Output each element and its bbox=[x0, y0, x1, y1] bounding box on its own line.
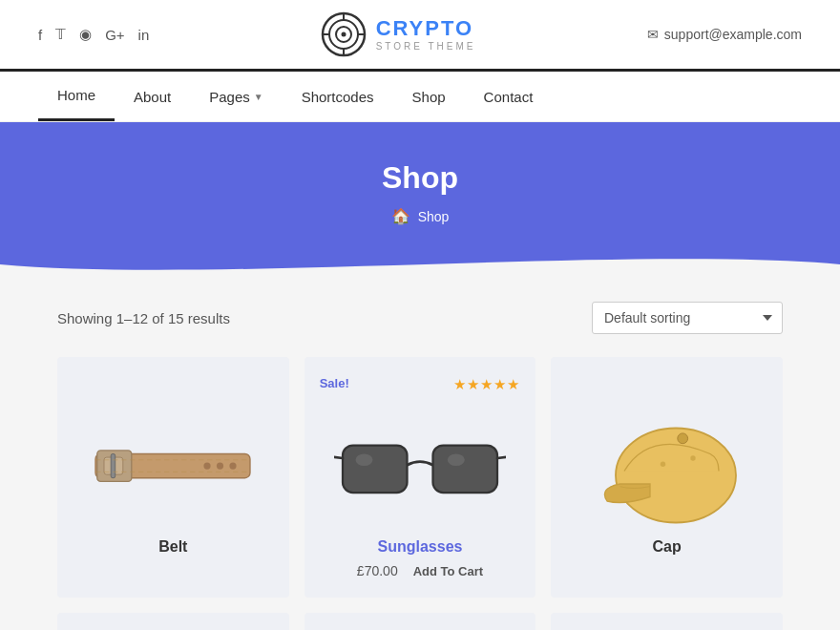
svg-rect-18 bbox=[432, 446, 497, 494]
svg-line-19 bbox=[334, 456, 343, 458]
contact-info: ✉ support@example.com bbox=[647, 27, 802, 42]
svg-point-9 bbox=[204, 463, 211, 470]
belt-image-area bbox=[73, 405, 274, 529]
svg-rect-17 bbox=[343, 446, 408, 494]
svg-point-24 bbox=[677, 433, 687, 444]
facebook-icon[interactable]: f bbox=[38, 27, 42, 43]
product-card-hoodie bbox=[551, 613, 783, 630]
linkedin-icon[interactable]: in bbox=[138, 27, 150, 43]
product-price-sunglasses: £70.00 bbox=[357, 563, 398, 578]
sort-select[interactable]: Default sorting Sort by popularity Sort … bbox=[592, 302, 783, 334]
product-card-top-belt bbox=[73, 376, 274, 397]
nav-home[interactable]: Home bbox=[38, 72, 115, 121]
breadcrumb: 🏠 Shop bbox=[19, 207, 821, 225]
svg-point-25 bbox=[660, 462, 664, 467]
svg-point-3 bbox=[341, 32, 346, 37]
home-icon: 🏠 bbox=[391, 207, 410, 225]
pages-dropdown-arrow: ▼ bbox=[254, 92, 263, 102]
svg-line-20 bbox=[497, 456, 506, 458]
product-grid: Belt Sale! ★★★★★ bbox=[57, 357, 783, 630]
svg-point-10 bbox=[217, 463, 223, 470]
nav-shop[interactable]: Shop bbox=[393, 74, 465, 120]
nav-contact[interactable]: Contact bbox=[465, 74, 553, 120]
twitter-icon[interactable]: 𝕋 bbox=[55, 26, 66, 43]
instagram-icon[interactable]: ◉ bbox=[79, 26, 92, 43]
sale-badge-sunglasses: Sale! bbox=[320, 376, 349, 397]
belt-image bbox=[87, 424, 259, 510]
logo-text: CRYPTO STORE THEME bbox=[376, 17, 476, 51]
stars-sunglasses: ★★★★★ bbox=[453, 376, 520, 397]
googleplus-icon[interactable]: G+ bbox=[105, 27, 124, 43]
cap-image-area bbox=[566, 405, 767, 529]
nav-shortcodes[interactable]: Shortcodes bbox=[283, 74, 393, 120]
logo-sub: STORE THEME bbox=[376, 41, 476, 52]
svg-point-21 bbox=[355, 454, 372, 467]
logo-main: CRYPTO bbox=[376, 17, 476, 40]
nav-about[interactable]: About bbox=[115, 74, 190, 120]
logo[interactable]: CRYPTO STORE THEME bbox=[321, 11, 476, 57]
top-bar: f 𝕋 ◉ G+ in CRYPTO STORE THEME ✉ support… bbox=[0, 0, 840, 69]
svg-rect-14 bbox=[112, 454, 116, 478]
product-card-sweater bbox=[304, 613, 536, 630]
add-to-cart-sunglasses[interactable]: Add To Cart bbox=[413, 564, 483, 578]
cap-image bbox=[581, 410, 753, 524]
shop-toolbar: Showing 1–12 of 15 results Default sorti… bbox=[57, 302, 783, 334]
hero-banner: Shop 🏠 Shop bbox=[0, 122, 840, 273]
breadcrumb-current: Shop bbox=[418, 209, 450, 224]
sunglasses-image bbox=[334, 419, 506, 514]
product-card-top-sunglasses: Sale! ★★★★★ bbox=[320, 376, 521, 397]
social-icons: f 𝕋 ◉ G+ in bbox=[38, 26, 149, 43]
sunglasses-image-area bbox=[320, 405, 521, 529]
main-content: Showing 1–12 of 15 results Default sorti… bbox=[0, 273, 840, 630]
product-name-sunglasses[interactable]: Sunglasses bbox=[378, 538, 463, 556]
svg-point-11 bbox=[230, 463, 237, 470]
nav-bar: Home About Pages ▼ Shortcodes Shop Conta… bbox=[0, 69, 840, 122]
email-icon: ✉ bbox=[647, 27, 659, 42]
svg-point-23 bbox=[616, 429, 736, 523]
hero-wave bbox=[0, 245, 840, 274]
contact-email: support@example.com bbox=[664, 27, 802, 42]
results-text: Showing 1–12 of 15 results bbox=[57, 310, 230, 326]
hero-title: Shop bbox=[19, 160, 821, 196]
product-card-cap: Cap bbox=[551, 357, 783, 598]
product-card-top-cap bbox=[566, 376, 767, 397]
product-name-cap: Cap bbox=[653, 538, 682, 556]
product-card-sunglasses[interactable]: Sale! ★★★★★ bbox=[304, 357, 536, 598]
product-card-shirt bbox=[57, 613, 289, 630]
product-card-belt: Belt bbox=[57, 357, 289, 598]
svg-point-22 bbox=[448, 454, 465, 467]
nav-pages[interactable]: Pages ▼ bbox=[190, 74, 282, 120]
product-price-row-sunglasses: £70.00 Add To Cart bbox=[357, 563, 483, 578]
product-name-belt: Belt bbox=[158, 538, 187, 556]
svg-point-26 bbox=[690, 455, 695, 460]
logo-icon bbox=[321, 11, 367, 57]
